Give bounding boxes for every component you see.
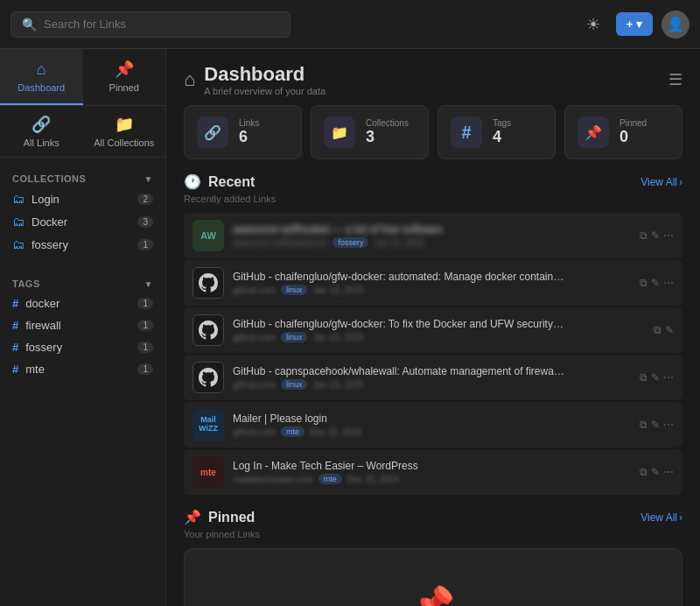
settings-icon[interactable]: ☰ [668, 70, 682, 89]
page-subtitle: A brief overview of your data [204, 86, 326, 96]
collections-header-label: Collections [12, 173, 86, 184]
link-item[interactable]: MailWiZZ Mailer | Please login github.co… [184, 402, 682, 447]
main-layout: ⌂ Dashboard 📌 Pinned 🔗 All Links 📁 All C… [0, 49, 700, 606]
link-action-icon[interactable]: ✎ [665, 324, 674, 336]
tags-chevron[interactable]: ▼ [144, 279, 153, 289]
link-meta: maketecheasier.com mte Dec 15, 2024 [233, 474, 631, 484]
link-url: github.com [233, 427, 276, 437]
link-actions: ⧉ ✎ ⋯ [640, 371, 674, 384]
chevron-right-icon: › [679, 511, 682, 524]
link-title: Mailer | Please login [233, 412, 565, 425]
link-action-icon[interactable]: ⋯ [663, 466, 674, 478]
collections-header: Collections ▼ [0, 165, 165, 187]
link-item[interactable]: mte Log In - Make Tech Easier – WordPres… [184, 449, 682, 495]
sidebar-tag-docker[interactable]: # docker 1 [0, 292, 165, 314]
tag-docker-label: docker [25, 297, 130, 310]
recent-subtitle: Recently added Links [184, 194, 682, 204]
pinned-title-row: 📌 Pinned View All › [184, 509, 682, 525]
link-action-icon[interactable]: ✎ [651, 419, 660, 431]
link-favicon [192, 314, 224, 346]
collections-stat-value: 3 [366, 128, 409, 146]
link-favicon [192, 362, 224, 393]
link-action-icon[interactable]: ✎ [651, 371, 660, 384]
pinned-view-all-button[interactable]: View All › [640, 511, 682, 524]
avatar-button[interactable]: 👤 [662, 11, 690, 39]
stat-card-pinned[interactable]: 📌 Pinned 0 [564, 105, 682, 159]
link-action-icon[interactable]: ⧉ [654, 324, 662, 336]
link-action-icon[interactable]: ⋯ [663, 419, 674, 431]
link-action-icon[interactable]: ⋯ [663, 277, 674, 289]
link-date: Jan 13, 2025 [312, 285, 363, 295]
collections-stat-icon: 📁 [324, 116, 355, 148]
login-folder-icon: 🗂 [12, 192, 24, 206]
pinned-stat-label: Pinned [620, 118, 647, 128]
sidebar-item-all-links[interactable]: 🔗 All Links [0, 106, 83, 157]
link-actions: ⧉ ✎ [654, 324, 674, 336]
collections-chevron[interactable]: ▼ [144, 174, 153, 184]
sidebar-item-dashboard[interactable]: ⌂ Dashboard [0, 49, 83, 105]
stat-card-collections[interactable]: 📁 Collections 3 [311, 105, 429, 159]
link-actions: ⧉ ✎ ⋯ [640, 466, 674, 478]
sidebar: ⌂ Dashboard 📌 Pinned 🔗 All Links 📁 All C… [0, 49, 166, 606]
link-tag: mte [281, 426, 304, 437]
link-action-icon[interactable]: ⧉ [640, 277, 648, 289]
pinned-stat-info: Pinned 0 [620, 118, 647, 146]
link-meta: awesome-selfhosted.net fossery Jan 15, 2… [233, 237, 631, 248]
link-favicon: AW [192, 220, 224, 251]
search-input[interactable] [44, 18, 279, 31]
link-action-icon[interactable]: ✎ [651, 229, 660, 242]
link-action-icon[interactable]: ⧉ [640, 466, 648, 478]
sidebar-tag-firewall[interactable]: # firewall 1 [0, 314, 165, 336]
dashboard-header-left: ⌂ Dashboard A brief overview of your dat… [184, 63, 326, 96]
link-action-icon[interactable]: ⧉ [640, 229, 648, 242]
sidebar-item-pinned[interactable]: 📌 Pinned [83, 49, 166, 105]
theme-toggle-button[interactable]: ☀ [579, 11, 607, 39]
links-stat-label: Links [239, 118, 259, 128]
link-action-icon[interactable]: ✎ [651, 466, 660, 478]
sidebar-item-all-collections[interactable]: 📁 All Collections [83, 106, 166, 157]
stat-card-tags[interactable]: # Tags 4 [438, 105, 556, 159]
search-bar[interactable]: 🔍 [10, 11, 290, 38]
link-title: GitHub - chaifengluo/gfw-docker: To fix … [233, 318, 565, 330]
link-action-icon[interactable]: ✎ [651, 277, 660, 289]
recent-link-list: AW awesome-selfhosted — a list of free s… [184, 213, 682, 495]
hash-icon-docker: # [12, 297, 18, 310]
sidebar-tag-mte[interactable]: # mte 1 [0, 358, 165, 380]
link-action-icon[interactable]: ⋯ [663, 371, 674, 384]
link-details: Mailer | Please login github.com mte Dec… [233, 412, 631, 437]
tags-header: Tags ▼ [0, 270, 165, 292]
link-item[interactable]: GitHub - chaifengluo/gfw-docker: automat… [184, 260, 682, 306]
stat-card-links[interactable]: 🔗 Links 6 [184, 105, 302, 159]
sidebar-item-fossery[interactable]: 🗂 fossery 1 [0, 233, 165, 256]
tags-stat-info: Tags 4 [493, 118, 511, 146]
recent-title-row: 🕐 Recent View All › [184, 173, 682, 190]
link-date: Jan 13, 2025 [312, 380, 363, 390]
pinned-title: Pinned [208, 510, 255, 525]
recent-view-all-button[interactable]: View All › [640, 176, 682, 188]
link-item[interactable]: AW awesome-selfhosted — a list of free s… [184, 213, 682, 258]
tags-section: Tags ▼ # docker 1 # firewall 1 # fossery… [0, 263, 165, 387]
link-item[interactable]: GitHub - chaifengluo/gfw-docker: To fix … [184, 307, 682, 353]
link-details: Log In - Make Tech Easier – WordPress ma… [233, 460, 631, 484]
nav-right: ☀ + ▾ 👤 [579, 11, 690, 39]
dashboard-icon: ⌂ [37, 60, 46, 79]
link-actions: ⧉ ✎ ⋯ [640, 419, 674, 431]
link-action-icon[interactable]: ⋯ [663, 229, 674, 242]
docker-count: 3 [137, 216, 153, 228]
sidebar-item-docker[interactable]: 🗂 Docker 3 [0, 210, 165, 233]
docker-label: Docker [32, 215, 130, 229]
link-action-icon[interactable]: ⧉ [640, 371, 648, 384]
sidebar-tag-fossery[interactable]: # fossery 1 [0, 336, 165, 358]
hash-icon-fossery: # [12, 341, 18, 354]
pinned-empty-state: 📌 Pin Your Favorite Links Here! You can … [184, 548, 682, 606]
link-favicon: MailWiZZ [192, 409, 224, 440]
link-url: maketecheasier.com [233, 475, 313, 484]
link-action-icon[interactable]: ⧉ [640, 419, 648, 431]
link-title: GitHub - chaifengluo/gfw-docker: automat… [233, 271, 565, 283]
sidebar-item-login[interactable]: 🗂 Login 2 [0, 187, 165, 210]
add-button[interactable]: + ▾ [616, 12, 653, 36]
collections-stat-info: Collections 3 [366, 118, 409, 146]
link-item[interactable]: GitHub - capnspacehook/whalewall: Automa… [184, 355, 682, 400]
link-meta: github.com mte Dec 15, 2024 [233, 426, 631, 437]
link-url: github.com [233, 380, 276, 390]
